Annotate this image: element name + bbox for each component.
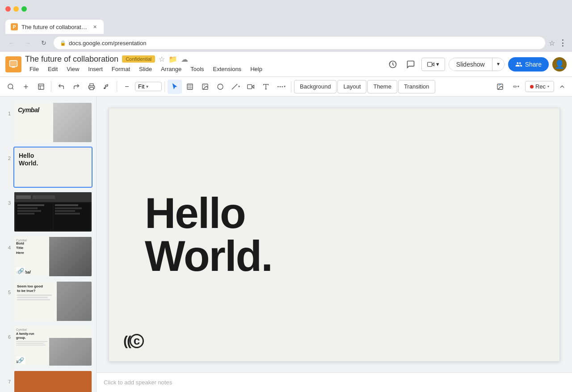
add-image-button[interactable]	[493, 80, 507, 94]
video-label: ▾	[436, 61, 439, 67]
list-item[interactable]: 6 Cymbal A family-rungroup. 🔗 1	[0, 324, 96, 368]
comment-button[interactable]	[404, 57, 418, 72]
tab-bar: P The future of collaboration ✕	[0, 18, 572, 34]
paint-format-button[interactable]	[100, 80, 114, 94]
tab-close-icon[interactable]: ✕	[91, 23, 98, 30]
svg-rect-6	[427, 62, 432, 66]
slide-image-1: Cymbal	[14, 103, 92, 142]
layout-button[interactable]: Layout	[337, 80, 366, 93]
edit-dropdown-icon: ▾	[517, 84, 519, 89]
zoom-in-button[interactable]	[19, 80, 33, 94]
zoom-out-button[interactable]: −	[120, 80, 134, 94]
menu-insert[interactable]: Insert	[84, 64, 107, 74]
slideshow-group: Slideshow ▾	[449, 58, 505, 71]
svg-rect-1	[11, 61, 17, 65]
list-item[interactable]: 7 "It is mybetter halfthat drivesme."	[0, 368, 96, 392]
more-tools-button[interactable]: ▾	[274, 80, 288, 94]
slide-number: 4	[4, 236, 11, 250]
search-button[interactable]	[4, 80, 18, 94]
back-icon: ←	[8, 39, 15, 46]
traffic-light-yellow[interactable]	[13, 6, 19, 12]
cloud-icon[interactable]: ☁	[181, 55, 188, 63]
frame-button[interactable]	[34, 80, 48, 94]
forward-button[interactable]: →	[21, 37, 34, 49]
doc-title: The future of collaboration	[25, 55, 118, 64]
video-tool-button[interactable]	[244, 80, 258, 94]
list-item[interactable]: 3	[0, 190, 96, 234]
shape-tool-button[interactable]	[213, 80, 227, 94]
slide-image-5: Seem too goodto be true?	[14, 282, 92, 321]
traffic-light-red[interactable]	[5, 6, 11, 12]
transition-button[interactable]: Transition	[398, 80, 435, 93]
refresh-button[interactable]: ↻	[38, 37, 50, 49]
resize-tool-button[interactable]	[183, 80, 197, 94]
cymbal-logo: (( c	[123, 333, 144, 349]
back-button[interactable]: ←	[5, 37, 18, 49]
menu-format[interactable]: Format	[107, 64, 135, 74]
active-tab[interactable]: P The future of collaboration ✕	[5, 20, 104, 34]
slide-thumbnail-1[interactable]: Cymbal	[13, 102, 93, 143]
slide-thumbnail-6[interactable]: Cymbal A family-rungroup. 🔗 1	[13, 325, 93, 367]
redo-button[interactable]	[69, 80, 84, 94]
share-button[interactable]: Share	[508, 57, 549, 72]
menu-view[interactable]: View	[62, 64, 84, 74]
star-icon[interactable]: ☆	[159, 55, 165, 63]
slide-thumbnail-3[interactable]	[13, 191, 93, 232]
slide-image-7: "It is mybetter halfthat drivesme."	[14, 371, 92, 392]
slideshow-dropdown[interactable]: ▾	[492, 58, 504, 71]
traffic-light-green[interactable]	[21, 6, 27, 12]
toolbar-divider-2	[117, 81, 117, 92]
svg-line-8	[12, 88, 13, 89]
slide-thumbnail-5[interactable]: Seem too goodto be true?	[13, 281, 93, 322]
menu-edit[interactable]: Edit	[43, 64, 62, 74]
menu-tools[interactable]: Tools	[186, 64, 208, 74]
svg-point-29	[499, 85, 500, 86]
list-item[interactable]: 5 Seem too goodto be true?	[0, 279, 96, 324]
url-bar[interactable]: 🔒 docs.google.com/presentation	[54, 37, 545, 49]
text-tool-button[interactable]	[259, 80, 273, 94]
hello-text: Hello	[145, 192, 272, 235]
menu-extensions[interactable]: Extensions	[209, 64, 246, 74]
rec-dropdown-icon: ▾	[547, 84, 549, 89]
svg-marker-5	[432, 63, 434, 66]
image-tool-button[interactable]	[198, 80, 212, 94]
edit-dropdown-button[interactable]: ✏ ▾	[509, 80, 523, 94]
cursor-tool-button[interactable]	[168, 80, 182, 94]
menu-arrange[interactable]: Arrange	[156, 64, 186, 74]
slideshow-button[interactable]: Slideshow	[449, 58, 492, 71]
collapse-toolbar-button[interactable]	[556, 80, 568, 93]
app-header: The future of collaboration Confidential…	[0, 52, 572, 77]
slide-thumbnail-4[interactable]: Cymbal BoldTitleHere Cymbal 🔗	[13, 236, 93, 277]
menu-slide[interactable]: Slide	[135, 64, 156, 74]
speaker-notes[interactable]: Click to add speaker notes	[97, 372, 572, 392]
svg-point-26	[282, 86, 282, 87]
slide-thumbnail-7[interactable]: "It is mybetter halfthat drivesme."	[13, 370, 93, 392]
canvas-wrapper[interactable]: Hello World. (( c	[97, 97, 572, 372]
list-item[interactable]: 4 Cymbal BoldTitleHere Cymbal 🔗	[0, 234, 96, 279]
video-button[interactable]: ▾	[421, 58, 445, 71]
canvas-content: Hello World.	[109, 108, 559, 361]
zoom-value: Fit	[138, 83, 144, 90]
svg-point-27	[278, 86, 278, 87]
slide-thumbnail-2[interactable]: HelloWorld.	[13, 147, 93, 188]
print-button[interactable]	[84, 80, 99, 94]
history-button[interactable]	[386, 57, 400, 72]
folder-icon[interactable]: 📁	[168, 55, 177, 63]
slide-number: 7	[4, 370, 11, 384]
zoom-select[interactable]: Fit ▾	[135, 82, 162, 91]
background-button[interactable]: Background	[294, 80, 336, 93]
menu-help[interactable]: Help	[246, 64, 267, 74]
toolbar-right: ✏ ▾ Rec ▾	[493, 80, 568, 94]
list-item[interactable]: 2 HelloWorld.	[0, 145, 96, 190]
theme-button[interactable]: Theme	[367, 80, 397, 93]
line-tool-button[interactable]: ▾	[228, 80, 243, 94]
rec-button[interactable]: Rec ▾	[525, 81, 554, 92]
bookmark-icon[interactable]: ☆	[549, 39, 555, 47]
undo-button[interactable]	[54, 80, 68, 94]
svg-rect-22	[248, 84, 252, 89]
list-item[interactable]: 1 Cymbal	[0, 100, 96, 145]
slide-canvas[interactable]: Hello World. (( c	[109, 108, 560, 362]
avatar[interactable]: 👤	[552, 57, 567, 72]
more-options-icon[interactable]: ⋮	[559, 38, 567, 48]
menu-file[interactable]: File	[25, 64, 43, 74]
